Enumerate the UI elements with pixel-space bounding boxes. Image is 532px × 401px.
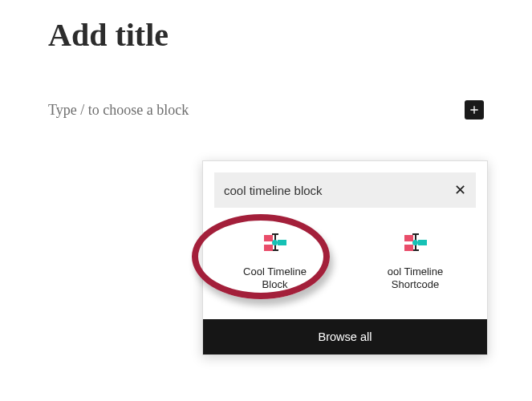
close-icon: ✕ [454, 182, 466, 198]
block-prompt-text[interactable]: Type / to choose a block [48, 102, 189, 119]
clear-search-button[interactable]: ✕ [454, 181, 466, 199]
block-result-cool-timeline-shortcode[interactable]: ool Timeline Shortcode [345, 224, 485, 302]
block-prompt-row: Type / to choose a block [48, 100, 484, 119]
cool-timeline-icon [350, 233, 481, 251]
block-result-cool-timeline-block[interactable]: Cool Timeline Block [205, 224, 345, 302]
add-block-button[interactable] [465, 100, 484, 119]
block-result-label: Cool Timeline Block [209, 265, 340, 292]
browse-all-button[interactable]: Browse all [203, 319, 487, 354]
block-search-box: ✕ [214, 172, 476, 208]
block-inserter-popover: ✕ Cool Timeline Block ool Timeline Short… [202, 160, 488, 355]
block-search-input[interactable] [224, 184, 454, 197]
cool-timeline-icon [209, 233, 340, 251]
post-title-input[interactable]: Add title [48, 16, 484, 54]
block-result-label: ool Timeline Shortcode [350, 265, 481, 292]
plus-icon [468, 103, 481, 116]
